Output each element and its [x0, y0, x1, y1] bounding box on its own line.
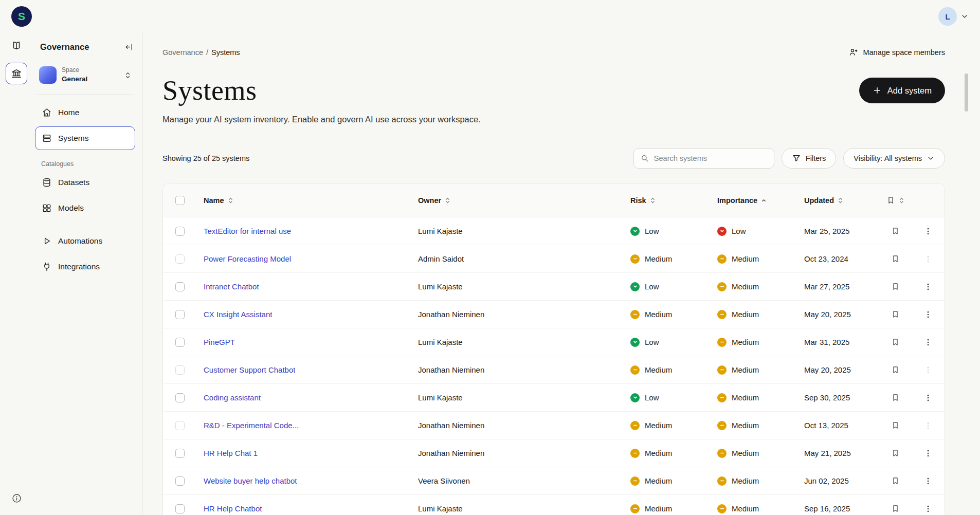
bookmark-button[interactable] [891, 365, 900, 374]
system-name-link[interactable]: HR Help Chatbot [204, 504, 262, 513]
search-box[interactable] [633, 148, 774, 169]
search-input[interactable] [654, 154, 768, 162]
vertical-scrollbar[interactable] [965, 73, 968, 112]
sidebar-item-label: Automations [58, 236, 102, 246]
bookmark-button[interactable] [891, 254, 900, 263]
row-checkbox[interactable] [175, 338, 185, 347]
sidebar-item-datasets[interactable]: Datasets [35, 171, 135, 194]
bookmark-button[interactable] [891, 421, 900, 430]
row-checkbox[interactable] [175, 504, 185, 513]
bookmark-button[interactable] [891, 476, 900, 485]
row-checkbox[interactable] [175, 227, 185, 236]
row-checkbox[interactable] [175, 476, 185, 486]
system-name-link[interactable]: Customer Support Chatbot [204, 365, 295, 374]
rail-governance-button[interactable] [6, 63, 27, 84]
add-system-button[interactable]: Add system [859, 78, 945, 103]
importance-badge: Medium [717, 338, 759, 347]
sidebar-item-label: Datasets [58, 178, 89, 187]
app-logo[interactable]: S [11, 6, 32, 27]
row-checkbox[interactable] [175, 365, 185, 375]
row-checkbox[interactable] [175, 421, 185, 430]
row-checkbox[interactable] [175, 449, 185, 458]
risk-level-icon [630, 310, 640, 319]
row-menu-button[interactable] [912, 310, 945, 319]
sidebar-item-home[interactable]: Home [35, 101, 135, 124]
column-header-updated[interactable]: Updated [797, 196, 879, 205]
sidebar-item-integrations[interactable]: Integrations [35, 255, 135, 279]
row-checkbox[interactable] [175, 254, 185, 264]
avatar-initial: L [945, 12, 950, 21]
sidebar-item-systems[interactable]: Systems [35, 126, 135, 150]
bank-icon [11, 68, 22, 79]
row-menu-button[interactable] [912, 365, 945, 375]
importance-label: Medium [732, 338, 759, 346]
row-menu-button[interactable] [912, 476, 945, 486]
system-name-link[interactable]: Power Forecasting Model [204, 254, 291, 263]
row-menu-button[interactable] [912, 449, 945, 458]
table-row: Website buyer help chatbot Veera Siivone… [163, 467, 945, 495]
row-checkbox[interactable] [175, 282, 185, 291]
system-name-link[interactable]: Coding assistant [204, 393, 261, 402]
bookmark-button[interactable] [891, 504, 900, 513]
importance-badge: Medium [717, 365, 759, 375]
owner-cell: Jonathan Nieminen [411, 421, 624, 430]
help-info-button[interactable] [6, 487, 27, 509]
system-name-link[interactable]: PineGPT [204, 338, 235, 346]
select-all-checkbox[interactable] [175, 196, 185, 205]
sidebar-item-automations[interactable]: Automations [35, 229, 135, 253]
sidebar-header: Governance [35, 42, 135, 52]
risk-badge: Medium [630, 365, 672, 375]
system-name-link[interactable]: TextEditor for internal use [204, 227, 291, 235]
rail-library-button[interactable] [6, 35, 27, 57]
manage-space-members-label: Manage space members [863, 48, 945, 57]
owner-cell: Lumi Kajaste [411, 227, 624, 235]
filters-button[interactable]: Filters [782, 148, 836, 169]
importance-badge: Medium [717, 421, 759, 430]
row-menu-button[interactable] [912, 282, 945, 291]
column-header-importance[interactable]: Importance [711, 196, 797, 205]
account-menu-button[interactable]: L [938, 7, 969, 26]
row-menu-button[interactable] [912, 504, 945, 513]
space-selector[interactable]: Space General [35, 63, 135, 87]
column-header-name[interactable]: Name [197, 196, 411, 205]
owner-cell: Lumi Kajaste [411, 282, 624, 291]
bookmark-icon [886, 196, 895, 205]
row-checkbox[interactable] [175, 310, 185, 319]
risk-label: Medium [645, 449, 672, 457]
row-menu-button[interactable] [912, 338, 945, 347]
row-menu-button[interactable] [912, 421, 945, 430]
bookmark-button[interactable] [891, 310, 900, 319]
collapse-sidebar-button[interactable] [124, 42, 134, 52]
row-checkbox[interactable] [175, 393, 185, 402]
sort-both-icon [899, 197, 904, 204]
column-label: Name [204, 196, 224, 205]
system-name-link[interactable]: HR Help Chat 1 [204, 449, 258, 457]
table-body: TextEditor for internal use Lumi Kajaste… [163, 217, 945, 515]
bookmark-button[interactable] [891, 449, 900, 457]
row-menu-button[interactable] [912, 393, 945, 402]
column-header-owner[interactable]: Owner [411, 196, 624, 205]
bookmark-button[interactable] [891, 393, 900, 402]
system-name-link[interactable]: CX Insight Assistant [204, 310, 272, 319]
risk-level-icon [630, 365, 640, 375]
sidebar-item-models[interactable]: Models [35, 196, 135, 220]
system-name-link[interactable]: Website buyer help chatbot [204, 476, 297, 485]
system-name-link[interactable]: Intranet Chatbot [204, 282, 259, 291]
breadcrumb-parent[interactable]: Governance [162, 48, 203, 57]
sort-ascending-icon [761, 197, 767, 204]
sort-both-icon [445, 197, 450, 204]
column-header-bookmark[interactable] [879, 196, 912, 205]
column-header-risk[interactable]: Risk [624, 196, 711, 205]
row-menu-button[interactable] [912, 254, 945, 264]
importance-label: Medium [732, 476, 759, 485]
bookmark-button[interactable] [891, 338, 900, 346]
system-name-link[interactable]: R&D - Experimental Code... [204, 421, 299, 430]
visibility-dropdown[interactable]: Visibility: All systems [843, 148, 945, 169]
importance-label: Medium [732, 504, 759, 513]
app-body: Governance Space General Home Systems Ca… [0, 33, 980, 515]
manage-space-members-button[interactable]: Manage space members [848, 47, 945, 57]
bookmark-button[interactable] [891, 227, 900, 235]
row-menu-button[interactable] [912, 227, 945, 236]
avatar[interactable]: L [938, 7, 957, 26]
bookmark-button[interactable] [891, 282, 900, 291]
